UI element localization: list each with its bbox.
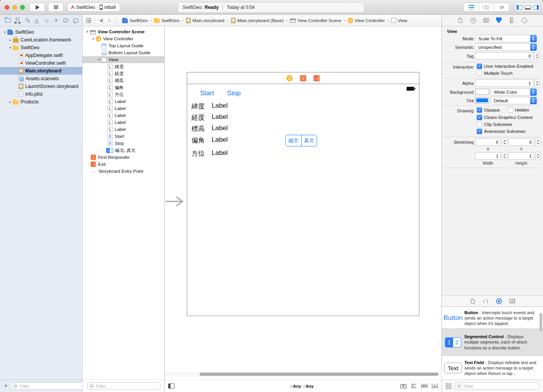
tag-field[interactable]: 0 (475, 52, 533, 60)
minimize-window-button[interactable] (12, 5, 17, 10)
scheme-selector[interactable]: A SwiftGeo › nitta9 (67, 3, 120, 12)
tab-debug-navigator[interactable]: ≡ (53, 17, 59, 24)
tab-object-library[interactable] (496, 297, 502, 304)
disclosure-triangle-icon[interactable]: ▸ (8, 38, 13, 42)
filter-input[interactable] (463, 383, 537, 389)
altitude-row[interactable]: 標高Label (191, 124, 205, 133)
sidebar-item-corelocation-framework[interactable]: ▸CoreLocation.framework (0, 36, 82, 44)
tab-quick-help-inspector[interactable]: ? (470, 17, 476, 24)
outline-item-exit[interactable]: Exit (83, 161, 164, 168)
breadcrumb-view[interactable]: View (391, 18, 407, 23)
alpha-stepper[interactable] (534, 79, 540, 87)
add-button[interactable]: + (4, 382, 8, 390)
stretching-width-field[interactable]: 1 (475, 152, 501, 160)
tab-file-templates[interactable] (470, 297, 476, 304)
disclosure-triangle-icon[interactable]: ▾ (97, 58, 102, 62)
checkbox[interactable] (477, 70, 482, 76)
outline-item-label-ido[interactable]: L緯度 (83, 63, 164, 70)
tab-report-navigator[interactable] (72, 17, 79, 24)
library-filter-field[interactable] (455, 382, 539, 390)
tint-color-well[interactable] (475, 97, 489, 103)
checkbox[interactable] (477, 129, 482, 134)
tab-attributes-inspector[interactable] (496, 17, 502, 24)
library-item-segmented-control[interactable]: 12 Segmented Control - Displays multiple… (442, 328, 543, 356)
tab-media-library[interactable] (509, 297, 515, 304)
declination-row[interactable]: 偏角Label (191, 136, 205, 145)
north-segmented-control[interactable]: 磁北 真北 (285, 135, 317, 146)
disclosure-triangle-icon[interactable]: ▾ (2, 30, 7, 34)
sidebar-item-swiftgeo-group[interactable]: ▾SwiftGeo (0, 44, 82, 52)
filter-input[interactable] (19, 383, 80, 389)
outline-item-view-controller[interactable]: ▾View Controller (83, 35, 164, 42)
resolve-auto-layout-icon[interactable] (431, 383, 438, 389)
latitude-row[interactable]: 緯度Label (191, 102, 205, 111)
breadcrumb-group[interactable]: SwiftGeo (154, 18, 179, 23)
run-button[interactable] (29, 3, 45, 12)
stretching-height-field[interactable]: 1 (509, 152, 534, 160)
outline-item-label-3[interactable]: LLabel (83, 112, 164, 119)
outline-item-label-2[interactable]: LLabel (83, 105, 164, 112)
outline-item-button-stop[interactable]: BStop (83, 140, 164, 147)
stretching-width-stepper[interactable] (502, 152, 507, 160)
clears-graphics-checkbox-row[interactable]: Clears Graphics Context (477, 115, 533, 120)
outline-item-label-hoi[interactable]: L方位 (83, 91, 164, 98)
sidebar-item-project-swiftgeo[interactable]: ▾SwiftGeo (0, 28, 82, 36)
toggle-navigator-button[interactable] (515, 3, 524, 12)
background-color-well[interactable] (475, 89, 489, 95)
tab-identity-inspector[interactable] (483, 17, 489, 24)
tab-breakpoint-navigator[interactable] (63, 17, 69, 24)
tab-file-inspector[interactable] (457, 17, 464, 24)
sidebar-item-appdelegate[interactable]: AppDelegate.swift (0, 52, 82, 59)
outline-item-scene[interactable]: ▾View Controller Scene (83, 28, 164, 35)
disclosure-triangle-icon[interactable]: ▾ (91, 37, 96, 41)
outline-item-label-keido[interactable]: L経度 (83, 70, 164, 77)
tab-find-navigator[interactable] (24, 17, 30, 24)
true-north-segment[interactable]: 真北 (302, 135, 317, 146)
outline-item-label-4[interactable]: LLabel (83, 119, 164, 126)
tab-project-navigator[interactable] (5, 17, 11, 24)
magnetic-north-segment[interactable]: 磁北 (286, 135, 302, 146)
longitude-row[interactable]: 経度Label (191, 113, 205, 122)
user-interaction-checkbox-row[interactable]: User Interaction Enabled (477, 64, 533, 69)
related-items-icon[interactable] (86, 18, 91, 23)
outline-item-top-layout-guide[interactable]: Top Layout Guide (83, 42, 164, 49)
outline-item-label-henkaku[interactable]: L偏角 (83, 84, 164, 91)
sidebar-item-launchscreen[interactable]: LaunchScreen.storyboard (0, 83, 82, 90)
horizontal-scrollbar[interactable] (200, 373, 438, 376)
tab-test-navigator[interactable]: ◇ (43, 17, 50, 24)
stretching-height-stepper[interactable] (535, 152, 540, 160)
interface-builder-canvas[interactable]: Start Stop 緯度Label 経度Label 標高Label 偏角Lab… (165, 26, 442, 392)
view-controller-icon[interactable] (286, 75, 293, 81)
exit-icon[interactable] (314, 75, 320, 81)
tab-size-inspector[interactable] (509, 17, 515, 24)
breadcrumb-scene[interactable]: View Controller Scene (290, 18, 341, 23)
tag-stepper[interactable] (534, 52, 540, 60)
mode-dropdown[interactable]: Scale To Fill (475, 35, 537, 42)
toggle-debug-area-button[interactable] (523, 3, 532, 12)
alpha-field[interactable]: 1 (475, 79, 533, 87)
autoresize-checkbox-row[interactable]: Autoresize Subviews (477, 129, 526, 134)
go-forward-button[interactable]: > (105, 17, 113, 24)
outline-item-first-responder[interactable]: First Responder (83, 154, 164, 161)
storyboard-entry-point-arrow[interactable] (165, 196, 186, 207)
navigator-filter-field[interactable]: ✕ (11, 382, 94, 390)
breadcrumb-view-controller[interactable]: View Controller (348, 18, 385, 23)
checkbox[interactable] (508, 107, 513, 113)
view-controller-canvas[interactable]: Start Stop 緯度Label 経度Label 標高Label 偏角Lab… (187, 72, 419, 316)
multiple-touch-checkbox-row[interactable]: Multiple Touch (477, 70, 512, 76)
stop-button[interactable] (48, 3, 64, 12)
assistant-editor-button[interactable] (479, 3, 494, 12)
start-button[interactable]: Start (200, 89, 214, 97)
sidebar-item-info-plist[interactable]: Info.plist (0, 90, 82, 98)
zoom-window-button[interactable] (20, 5, 25, 10)
library-item-text-field[interactable]: Text Text Field - Displays editable text… (442, 357, 543, 379)
breadcrumb-file[interactable]: Main.storyboard (186, 18, 224, 23)
disclosure-triangle-icon[interactable]: ▾ (85, 30, 90, 34)
checkbox[interactable] (477, 64, 482, 69)
grid-view-icon[interactable] (446, 383, 451, 389)
stretching-y-stepper[interactable] (535, 138, 540, 146)
outline-item-bottom-layout-guide[interactable]: Bottom Layout Guide (83, 49, 164, 56)
embed-in-stack-icon[interactable] (400, 383, 407, 389)
library-item-button[interactable]: Button Button - Intercepts touch events … (442, 308, 543, 328)
tint-dropdown[interactable]: Default (491, 97, 537, 104)
